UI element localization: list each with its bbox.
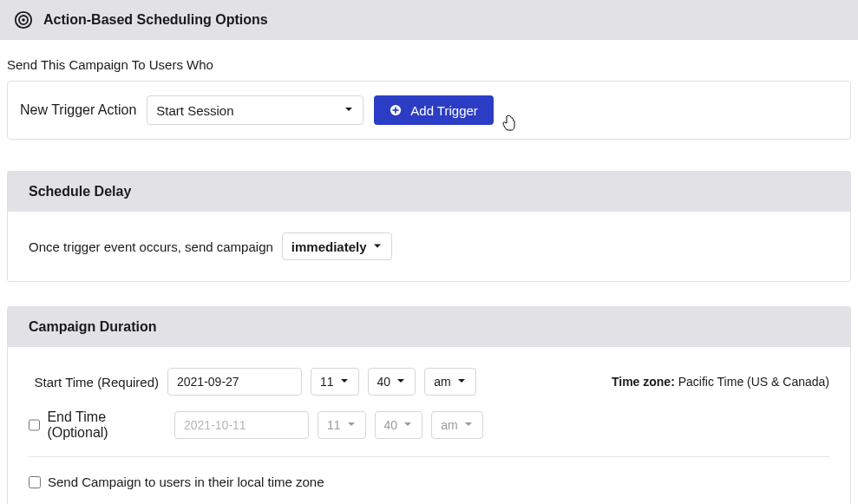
svg-point-2	[22, 18, 25, 22]
chevron-down-icon	[344, 102, 354, 118]
local-tz-label: Send Campaign to users in their local ti…	[48, 475, 324, 489]
page-title: Action-Based Scheduling Options	[43, 12, 268, 28]
end-time-checkbox[interactable]	[29, 419, 40, 431]
campaign-duration-title: Campaign Duration	[8, 307, 850, 347]
timezone-value: Pacific Time (US & Canada)	[678, 375, 829, 389]
trigger-box: New Trigger Action Start Session Add Tri…	[7, 81, 851, 140]
end-date-input[interactable]	[174, 411, 309, 439]
end-time-label: End Time (Optional)	[47, 409, 166, 441]
timezone-info: Time zone: Pacific Time (US & Canada)	[612, 375, 829, 389]
schedule-delay-title: Schedule Delay	[8, 172, 850, 212]
local-tz-row[interactable]: Send Campaign to users in their local ti…	[29, 475, 829, 489]
start-hour-select[interactable]: 11	[311, 368, 359, 396]
chevron-down-icon	[372, 239, 383, 254]
trigger-label: New Trigger Action	[20, 102, 136, 118]
intro-label: Send This Campaign To Users Who	[7, 57, 851, 72]
schedule-delay-value: immediately	[291, 239, 367, 254]
schedule-delay-sentence: Once trigger event occurs, send campaign	[29, 239, 273, 254]
start-ampm-select[interactable]: am	[424, 368, 475, 396]
trigger-action-select[interactable]: Start Session	[147, 95, 364, 125]
svg-rect-5	[393, 109, 399, 111]
end-minute-select[interactable]: 40	[375, 411, 423, 439]
local-tz-checkbox[interactable]	[29, 476, 41, 488]
content-area: Send This Campaign To Users Who New Trig…	[0, 40, 858, 504]
end-ampm-select[interactable]: am	[431, 411, 482, 439]
cursor-pointer-icon	[502, 115, 516, 132]
plus-circle-icon	[390, 104, 402, 116]
chevron-down-icon	[346, 417, 357, 433]
chevron-down-icon	[456, 374, 467, 389]
trigger-action-value: Start Session	[156, 103, 233, 118]
target-icon	[14, 10, 33, 29]
end-time-label-wrap[interactable]: End Time (Optional)	[29, 409, 166, 441]
timezone-label: Time zone:	[612, 375, 675, 389]
start-time-label: Start Time (Required)	[29, 375, 159, 389]
divider	[29, 456, 829, 457]
schedule-delay-panel: Schedule Delay Once trigger event occurs…	[7, 171, 851, 282]
chevron-down-icon	[339, 374, 350, 389]
chevron-down-icon	[463, 417, 474, 433]
campaign-duration-panel: Campaign Duration Start Time (Required) …	[7, 306, 851, 504]
start-minute-select[interactable]: 40	[368, 368, 416, 396]
chevron-down-icon	[403, 417, 413, 433]
start-date-input[interactable]	[167, 368, 302, 396]
add-trigger-button[interactable]: Add Trigger	[374, 95, 494, 125]
add-trigger-label: Add Trigger	[410, 103, 478, 118]
start-time-row: Start Time (Required) 11 40 am Time zone…	[29, 368, 829, 396]
schedule-delay-select[interactable]: immediately	[282, 232, 392, 260]
end-time-row: End Time (Optional) 11 40 am	[29, 409, 829, 441]
end-hour-select[interactable]: 11	[318, 411, 366, 439]
page-header: Action-Based Scheduling Options	[0, 0, 858, 40]
chevron-down-icon	[396, 374, 406, 389]
